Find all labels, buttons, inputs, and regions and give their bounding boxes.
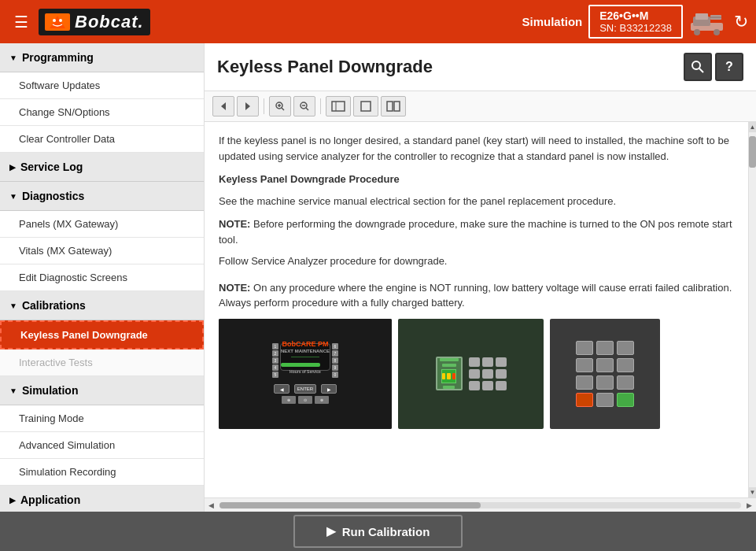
run-calibration-button[interactable]: ▶ Run Calibration [293, 515, 463, 548]
note-bold-1: NOTE: [219, 218, 253, 230]
svg-line-17 [282, 108, 284, 110]
sidebar-item-software-updates[interactable]: Software Updates [0, 72, 204, 99]
run-calibration-label: Run Calibration [342, 525, 430, 538]
h-scroll-thumb[interactable] [219, 502, 481, 508]
svg-rect-25 [394, 102, 400, 111]
scroll-right-arrow[interactable]: ▶ [744, 501, 754, 509]
logo-area: Bobcat. [39, 9, 150, 35]
machine-sn: SN: B33212238 [599, 22, 672, 34]
toolbar-sep1 [264, 98, 264, 114]
svg-point-7 [714, 29, 720, 35]
sidebar-section-diagnostics[interactable]: ▼ Diagnostics [0, 182, 204, 211]
play-icon: ▶ [326, 524, 336, 538]
machine-icon [687, 8, 726, 36]
forward-btn[interactable] [237, 96, 259, 116]
note-text-1: Before performing the downgrade procedur… [219, 218, 732, 246]
h-scroll-track[interactable] [219, 502, 741, 508]
doc-scroll-wrapper: If the keyless panel is no longer desire… [205, 122, 756, 497]
sidebar: ▼ Programming Software Updates Change SN… [0, 43, 205, 512]
refresh-button[interactable]: ↻ [734, 12, 748, 32]
sidebar-item-clear-controller[interactable]: Clear Controller Data [0, 126, 204, 153]
svg-point-10 [692, 61, 700, 69]
scroll-down-arrow[interactable]: ▼ [749, 487, 756, 497]
svg-marker-12 [221, 102, 226, 110]
zoom-in-btn[interactable] [269, 96, 291, 116]
service-log-arrow: ▶ [9, 163, 16, 172]
sidebar-item-change-sn[interactable]: Change SN/Options [0, 99, 204, 126]
back-btn[interactable] [212, 96, 234, 116]
sidebar-item-advanced-simulation[interactable]: Advanced Simulation [0, 432, 204, 459]
doc-horizontal-scrollbar[interactable]: ◀ ▶ [205, 497, 756, 512]
svg-rect-24 [387, 102, 393, 111]
programming-arrow: ▼ [9, 54, 17, 62]
doc-heading-1: Keyless Panel Downgrade Procedure [219, 172, 734, 187]
doc-body: If the keyless panel is no longer desire… [205, 122, 748, 497]
service-log-label: Service Log [20, 161, 83, 173]
menu-button[interactable]: ☰ [8, 9, 35, 35]
two-page-btn[interactable] [381, 96, 406, 116]
svg-point-6 [694, 29, 700, 35]
content-area: Keyless Panel Downgrade ? [205, 43, 756, 512]
bobcat-logo: Bobcat. [39, 9, 150, 35]
application-arrow: ▶ [9, 496, 16, 505]
svg-line-11 [699, 68, 703, 72]
sidebar-item-keyless-panel[interactable]: Keyless Panel Downgrade [0, 320, 204, 349]
panel-display-image: 1 2 3 4 5 BobCARE PM NEXT MAINTENAN [219, 319, 392, 429]
doc-vertical-scrollbar[interactable]: ▲ ▼ [748, 122, 756, 497]
application-label: Application [20, 494, 80, 506]
keypad-image [550, 319, 660, 429]
simulation-info: Simulation E26•G••M SN: B33212238 [522, 5, 726, 39]
doc-note-2: NOTE: On any procedure where the engine … [219, 280, 734, 311]
main-layout: ▼ Programming Software Updates Change SN… [0, 43, 756, 512]
scroll-left-arrow[interactable]: ◀ [206, 501, 216, 509]
scroll-up-arrow[interactable]: ▲ [749, 122, 756, 132]
doc-images: 1 2 3 4 5 BobCARE PM NEXT MAINTENAN [219, 319, 734, 429]
svg-point-2 [59, 19, 62, 22]
sidebar-item-training-mode[interactable]: Training Mode [0, 405, 204, 432]
sidebar-section-service-log[interactable]: ▶ Service Log [0, 153, 204, 182]
svg-marker-13 [245, 102, 250, 110]
sidebar-item-edit-diagnostic[interactable]: Edit Diagnostic Screens [0, 264, 204, 291]
header-buttons: ? [684, 53, 743, 81]
content-header: Keyless Panel Downgrade ? [205, 43, 756, 91]
search-button[interactable] [684, 53, 712, 81]
fit-page-btn[interactable] [326, 96, 351, 116]
doc-para-3: Follow Service Analyzer procedure for do… [219, 253, 734, 269]
doc-para-2: See the machine service manual electrica… [219, 194, 734, 209]
sidebar-section-simulation[interactable]: ▼ Simulation [0, 376, 204, 405]
scroll-thumb[interactable] [749, 136, 756, 168]
sidebar-item-panels-mx[interactable]: Panels (MX Gateway) [0, 211, 204, 238]
sidebar-section-programming[interactable]: ▼ Programming [0, 43, 204, 72]
doc-note-1: NOTE: Before performing the downgrade pr… [219, 216, 734, 247]
help-button[interactable]: ? [715, 53, 743, 81]
machine-model: E26•G••M [599, 9, 648, 22]
svg-rect-21 [332, 102, 345, 111]
sidebar-item-simulation-recording[interactable]: Simulation Recording [0, 459, 204, 486]
calibrations-label: Calibrations [22, 299, 86, 312]
page-title: Keyless Panel Downgrade [217, 57, 684, 77]
simulation-label: Simulation [22, 384, 79, 397]
sidebar-item-vitals-mx[interactable]: Vitals (MX Gateway) [0, 238, 204, 264]
help-icon: ? [725, 60, 733, 74]
diagnostics-arrow: ▼ [9, 192, 17, 201]
footer: ▶ Run Calibration [0, 512, 756, 551]
simulation-arrow: ▼ [9, 386, 17, 395]
single-page-btn[interactable] [353, 96, 378, 116]
note-text-2: On any procedure where the engine is NOT… [219, 282, 732, 309]
diagnostics-label: Diagnostics [22, 190, 84, 202]
svg-rect-23 [361, 102, 371, 111]
sidebar-section-application[interactable]: ▶ Application [0, 486, 204, 512]
note-bold-2: NOTE: [219, 282, 253, 294]
bobcat-icon [45, 13, 70, 31]
sidebar-item-interactive-tests[interactable]: Interactive Tests [0, 349, 204, 376]
svg-point-1 [53, 19, 56, 22]
doc-para-1: If the keyless panel is no longer desire… [219, 133, 734, 164]
calibrations-arrow: ▼ [9, 301, 17, 310]
sidebar-section-calibrations[interactable]: ▼ Calibrations [0, 291, 204, 320]
zoom-out-btn[interactable] [293, 96, 315, 116]
machine-info-box: E26•G••M SN: B33212238 [588, 5, 683, 39]
simulation-label: Simulation [522, 15, 583, 28]
brand-name: Bobcat. [75, 12, 144, 32]
green-screen-image [398, 319, 544, 429]
app-header: ☰ Bobcat. Simulation E26•G••M SN: B33212… [0, 0, 756, 43]
